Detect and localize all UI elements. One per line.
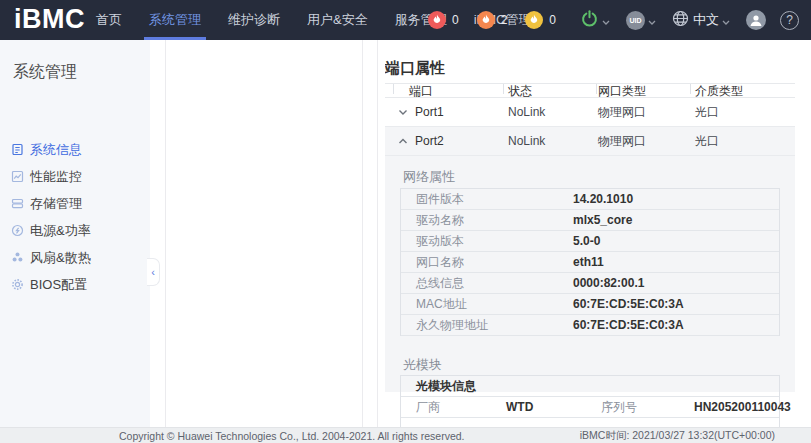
port2-detail-panel: 网络属性 固件版本 14.20.1010 驱动名称 mlx5_core 驱动版本… <box>385 156 795 392</box>
ibmc-logo: iBMC <box>14 4 85 35</box>
port-table: 端口 状态 网口类型 介质类型 Port1 NoLink 物理网口 光口 Por… <box>385 83 795 156</box>
prop-label: 总线信息 <box>401 273 573 293</box>
user-menu-button[interactable] <box>746 10 766 30</box>
nav-system-management[interactable]: 系统管理 <box>149 0 201 40</box>
sidebar-item-label: 电源&功率 <box>30 222 91 240</box>
prop-value: 60:7E:CD:5E:C0:3A <box>573 294 684 314</box>
nav-home[interactable]: 首页 <box>96 0 122 40</box>
prop-row: MAC地址 60:7E:CD:5E:C0:3A <box>401 294 779 315</box>
sidebar-item-storage[interactable]: 存储管理 <box>0 190 150 217</box>
sidebar: 系统管理 系统信息 性能监控 存储管理 电源&功率 <box>0 40 150 427</box>
col-header-port-type: 网口类型 <box>598 84 646 98</box>
prop-value: eth11 <box>573 252 604 272</box>
sidebar-item-performance[interactable]: 性能监控 <box>0 163 150 190</box>
cell-port: Port1 <box>415 98 444 127</box>
sidebar-item-fan[interactable]: 风扇&散热 <box>0 244 150 271</box>
chevron-down-icon <box>648 11 656 29</box>
cell-status: NoLink <box>508 98 545 127</box>
sidebar-item-power[interactable]: 电源&功率 <box>0 217 150 244</box>
prop-row: 永久物理地址 60:7E:CD:5E:C0:3A <box>401 315 779 336</box>
chevron-down-icon <box>722 11 730 29</box>
sidebar-item-system-info[interactable]: 系统信息 <box>0 136 150 163</box>
cell-media-type: 光口 <box>695 127 719 156</box>
chevron-up-icon[interactable] <box>398 127 408 156</box>
optical-module-table: 光模块信息 厂商 WTD 序列号 HN205200110043 <box>400 375 780 427</box>
language-label: 中文 <box>693 11 719 29</box>
port-properties-section: 端口属性 端口 状态 网口类型 介质类型 Port1 NoLink 物理网口 光… <box>385 40 795 427</box>
prop-value: 5.0-0 <box>573 231 600 251</box>
col-header-media-type: 介质类型 <box>695 84 743 98</box>
prop-label: 永久物理地址 <box>401 315 573 335</box>
sidebar-item-bios[interactable]: BIOS配置 <box>0 271 150 298</box>
power-control-button[interactable] <box>580 9 610 32</box>
table-row-port2[interactable]: Port2 NoLink 物理网口 光口 <box>385 127 795 156</box>
flame-major-icon <box>477 11 495 29</box>
cell-port: Port2 <box>415 127 444 156</box>
footer: Copyright © Huawei Technologies Co., Ltd… <box>0 427 811 443</box>
prop-row: 驱动版本 5.0-0 <box>401 231 779 252</box>
col-header-port: 端口 <box>409 84 433 98</box>
sidebar-menu: 系统信息 性能监控 存储管理 电源&功率 风扇&散热 <box>0 136 150 298</box>
table-row-port1[interactable]: Port1 NoLink 物理网口 光口 <box>385 98 795 127</box>
power-icon <box>11 224 24 237</box>
topbar-tools: 0 2 0 UID <box>428 0 799 40</box>
document-icon <box>11 143 24 156</box>
alarm-critical[interactable]: 0 <box>428 11 459 29</box>
power-icon <box>580 9 599 32</box>
cell-port-type: 物理网口 <box>598 98 646 127</box>
optical-row: 厂商 WTD 序列号 HN205200110043 <box>401 397 779 418</box>
prop-value: 14.20.1010 <box>573 189 633 209</box>
alarm-minor-count: 0 <box>549 13 556 27</box>
alarm-major[interactable]: 2 <box>477 11 508 29</box>
vendor-label: 厂商 <box>416 397 440 418</box>
prop-label: 固件版本 <box>401 189 573 209</box>
alarm-major-count: 2 <box>501 13 508 27</box>
vendor-value: WTD <box>506 397 533 418</box>
serial-value: HN205200110043 <box>694 397 791 418</box>
nav-maintenance-diagnosis[interactable]: 维护诊断 <box>228 0 280 40</box>
cell-media-type: 光口 <box>695 98 719 127</box>
prop-label: 驱动名称 <box>401 210 573 230</box>
sidebar-item-label: 性能监控 <box>30 168 82 186</box>
alarm-critical-count: 0 <box>452 13 459 27</box>
help-icon[interactable]: ? <box>780 11 799 30</box>
sidebar-item-label: BIOS配置 <box>30 276 87 294</box>
alarm-minor[interactable]: 0 <box>525 11 556 29</box>
prop-label: 驱动版本 <box>401 231 573 251</box>
serial-label: 序列号 <box>601 397 637 418</box>
panel-divider <box>165 40 166 427</box>
copyright-text: Copyright © Huawei Technologies Co., Ltd… <box>119 430 465 442</box>
chevron-down-icon[interactable] <box>398 98 408 127</box>
prop-value: mlx5_core <box>573 210 632 230</box>
top-navbar: iBMC 首页 系统管理 维护诊断 用户&安全 服务管理 iBMC管理 0 2 … <box>0 0 811 40</box>
chart-icon <box>11 170 24 183</box>
panel-divider <box>377 40 378 427</box>
prop-value: 60:7E:CD:5E:C0:3A <box>573 315 684 335</box>
prop-label: 网口名称 <box>401 252 573 272</box>
sidebar-item-label: 存储管理 <box>30 195 82 213</box>
prop-row: 驱动名称 mlx5_core <box>401 210 779 231</box>
port-table-header: 端口 状态 网口类型 介质类型 <box>385 84 795 98</box>
storage-icon <box>11 197 24 210</box>
sidebar-item-label: 风扇&散热 <box>30 249 91 267</box>
language-selector[interactable]: 中文 <box>672 10 730 31</box>
sidebar-title: 系统管理 <box>13 62 77 83</box>
cell-status: NoLink <box>508 127 545 156</box>
prop-row: 总线信息 0000:82:00.1 <box>401 273 779 294</box>
chevron-down-icon <box>602 11 610 29</box>
optical-info-header: 光模块信息 <box>401 376 779 397</box>
gear-icon <box>11 278 24 291</box>
nav-user-security[interactable]: 用户&安全 <box>307 0 368 40</box>
network-props-table: 固件版本 14.20.1010 驱动名称 mlx5_core 驱动版本 5.0-… <box>400 188 780 336</box>
sidebar-collapse-toggle[interactable]: ‹ <box>147 258 160 286</box>
prop-row: 固件版本 14.20.1010 <box>401 189 779 210</box>
prop-value: 0000:82:00.1 <box>573 273 644 293</box>
network-props-title: 网络属性 <box>403 169 780 185</box>
user-avatar-icon <box>746 10 766 30</box>
globe-icon <box>672 10 689 31</box>
panel-divider <box>362 40 363 427</box>
flame-minor-icon <box>525 11 543 29</box>
uid-indicator-button[interactable]: UID <box>626 11 656 30</box>
prop-row: 网口名称 eth11 <box>401 252 779 273</box>
fan-icon <box>11 251 24 264</box>
